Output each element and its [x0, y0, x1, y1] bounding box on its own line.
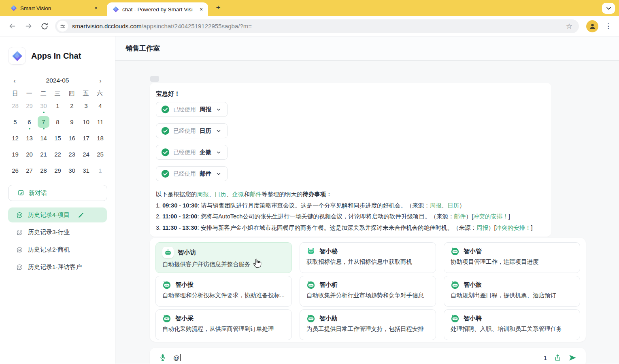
calendar-day[interactable]: 6	[22, 114, 36, 130]
calendar-day[interactable]: 15	[51, 130, 65, 146]
calendar-day[interactable]: 18	[93, 130, 107, 146]
source-link[interactable]: 周报	[476, 224, 488, 231]
calendar-day[interactable]: 2	[65, 97, 79, 114]
calendar-weekday: 二	[36, 90, 51, 97]
source-link[interactable]: 企微	[232, 191, 244, 197]
tab-list-chevron-button[interactable]	[602, 3, 615, 14]
calendar-day[interactable]: 30	[36, 97, 51, 114]
chip-app-name: 企微	[200, 148, 211, 156]
tab-chat-active[interactable]: chat - Powered by Smart Visi ×	[107, 2, 208, 16]
calendar-weekday: 日	[8, 90, 22, 97]
used-app-chips: 已经使用 周报 已经使用 日历 已经使用 企微 已经使用 邮件	[156, 102, 545, 181]
edit-pencil-icon[interactable]	[78, 212, 84, 218]
forward-button[interactable]	[21, 19, 35, 33]
calendar-day[interactable]: 16	[65, 130, 79, 146]
calendar-day[interactable]: 14	[36, 130, 51, 146]
calendar-next-icon[interactable]: ›	[96, 77, 104, 84]
robot-circle-icon	[162, 280, 171, 289]
reload-button[interactable]	[38, 19, 51, 33]
calendar-day[interactable]: 11	[93, 114, 107, 130]
source-link[interactable]: 邮件	[454, 213, 466, 220]
robot-circle-icon	[451, 247, 459, 256]
calendar-day[interactable]: 5	[8, 114, 22, 130]
chevron-down-icon	[216, 107, 221, 112]
agent-card[interactable]: 智小投 自动整理和分析投标文件要求，协助准备投标...	[155, 276, 292, 307]
calendar-day[interactable]: 3	[79, 97, 93, 114]
calendar-day[interactable]: 21	[36, 146, 51, 162]
used-app-chip[interactable]: 已经使用 企微	[156, 145, 228, 160]
calendar-day[interactable]: 1	[93, 162, 107, 178]
microphone-icon[interactable]	[159, 353, 167, 362]
agent-card[interactable]: 智小访 自动提供客户拜访信息并整合服务	[155, 242, 292, 273]
calendar-day[interactable]: 8	[51, 114, 65, 130]
agent-card[interactable]: 智小助 为员工提供日常工作管理支持，包括日程安排	[300, 309, 436, 340]
calendar-day[interactable]: 19	[8, 146, 22, 162]
calendar-day[interactable]: 28	[8, 97, 22, 114]
chip-status-label: 已经使用	[173, 149, 196, 156]
calendar-day[interactable]: 22	[51, 146, 65, 162]
source-link[interactable]: 日历	[215, 191, 226, 197]
robot-circle-icon	[451, 280, 459, 289]
source-link[interactable]: 邮件	[250, 191, 262, 197]
close-tab-icon[interactable]: ×	[198, 6, 205, 13]
source-link[interactable]: 周报	[430, 202, 442, 209]
calendar-day[interactable]: 24	[79, 146, 93, 162]
back-button[interactable]	[5, 19, 19, 33]
used-app-chip[interactable]: 已经使用 日历	[156, 123, 228, 138]
assistant-avatar-fragment	[150, 76, 159, 82]
calendar-day[interactable]: 25	[93, 146, 107, 162]
calendar-day[interactable]: 29	[51, 162, 65, 178]
agent-card[interactable]: 智小旅 自动规划出差日程，提供机票、酒店预订	[444, 276, 580, 307]
used-app-chip[interactable]: 已经使用 周报	[156, 102, 228, 117]
calendar-day[interactable]: 1	[51, 97, 65, 114]
send-icon[interactable]	[568, 353, 577, 362]
calendar-day[interactable]: 9	[65, 114, 79, 130]
agent-card[interactable]: 智小采 自动化采购流程，从供应商管理到订单处理	[155, 309, 292, 340]
calendar-day[interactable]: 4	[93, 97, 107, 114]
calendar-day[interactable]: 27	[22, 162, 36, 178]
tab-strip: Smart Vision × chat - Powered by Smart V…	[0, 0, 619, 16]
browser-menu-icon[interactable]: ⋮	[602, 22, 615, 30]
agent-card[interactable]: 智小管 协助项目管理工作，追踪项目进度	[444, 242, 580, 273]
calendar-day[interactable]: 7	[36, 114, 51, 130]
source-link[interactable]: 日历	[447, 202, 459, 209]
tab-smart-vision[interactable]: Smart Vision ×	[4, 0, 104, 16]
message-input[interactable]: @	[173, 354, 181, 361]
message-input-bar[interactable]: @ 1	[150, 348, 586, 364]
site-info-icon[interactable]	[57, 21, 68, 32]
calendar-day[interactable]: 13	[22, 130, 36, 146]
calendar-day[interactable]: 20	[22, 146, 36, 162]
calendar-day[interactable]: 12	[8, 130, 22, 146]
agent-desc: 自动提供客户拜访信息并整合服务	[162, 260, 285, 268]
agent-card[interactable]: 智小聘 处理招聘、入职、培训和员工关系管理任务	[444, 309, 580, 340]
url-text[interactable]: smartvision.dcclouds.com/appsinchat/2404…	[72, 23, 564, 30]
bookmark-star-icon[interactable]: ☆	[564, 22, 575, 31]
share-upload-icon[interactable]	[554, 354, 562, 362]
new-chat-button[interactable]: 新对话	[8, 185, 107, 201]
calendar-day[interactable]: 17	[79, 130, 93, 146]
calendar-day[interactable]: 30	[65, 162, 79, 178]
history-item[interactable]: 历史记录4-项目	[8, 207, 107, 222]
source-link[interactable]: 冲突的安排！	[473, 213, 508, 220]
calendar-day[interactable]: 29	[22, 97, 36, 114]
diamond-favicon-icon	[113, 6, 119, 13]
agent-card[interactable]: 智小析 自动收集并分析行业市场趋势和竞争对手信息	[300, 276, 436, 307]
history-item[interactable]: 历史记录1-拜访客户	[8, 260, 107, 275]
calendar-prev-icon[interactable]: ‹	[11, 77, 19, 84]
profile-avatar[interactable]	[586, 20, 598, 32]
calendar-day[interactable]: 28	[36, 162, 51, 178]
source-link[interactable]: 冲突的安排！	[496, 224, 531, 231]
close-tab-icon[interactable]: ×	[92, 4, 100, 12]
history-item[interactable]: 历史记录2-商机	[8, 242, 107, 257]
calendar-day[interactable]: 26	[8, 162, 22, 178]
chip-app-name: 日历	[200, 127, 211, 135]
history-item[interactable]: 历史记录3-行业	[8, 225, 107, 240]
calendar-day[interactable]: 31	[79, 162, 93, 178]
calendar-day[interactable]: 23	[65, 146, 79, 162]
source-link[interactable]: 周报	[197, 191, 209, 197]
agent-card[interactable]: 智小秘 获取招标信息，并从招标信息中获取商机	[300, 242, 436, 273]
calendar-day[interactable]: 10	[79, 114, 93, 130]
address-bar[interactable]: smartvision.dcclouds.com/appsinchat/2404…	[55, 19, 579, 33]
used-app-chip[interactable]: 已经使用 邮件	[156, 166, 228, 181]
new-tab-button[interactable]: +	[213, 2, 223, 13]
